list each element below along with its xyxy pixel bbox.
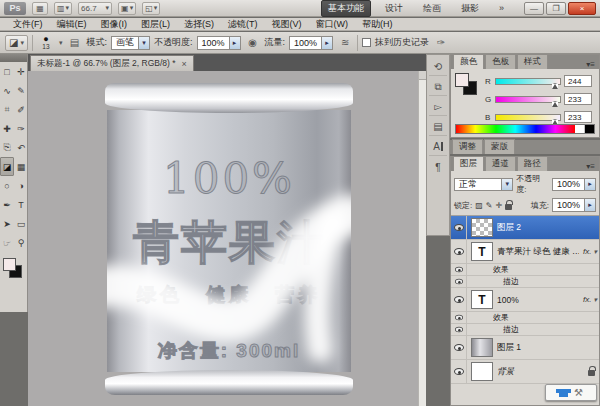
layer-row-text-product[interactable]: T 青苹果汁 绿色 健康 … fx. ▾ [451, 240, 599, 264]
tab-layers[interactable]: 图层 [453, 156, 484, 171]
visibility-cell[interactable] [451, 216, 467, 239]
red-value-field[interactable]: 244 [564, 75, 592, 87]
panel-menu-icon[interactable]: ▾≡ [586, 60, 597, 69]
menu-layer[interactable]: 图层(L) [134, 18, 177, 31]
menu-select[interactable]: 选择(S) [177, 18, 221, 31]
launch-bridge-icon[interactable]: ▦ [32, 2, 48, 15]
tool-dodge[interactable]: ◑ [14, 176, 28, 195]
visibility-cell[interactable] [451, 276, 467, 287]
visibility-cell[interactable] [451, 312, 467, 323]
lock-pixels-icon[interactable]: ✎ [486, 201, 493, 210]
tool-healing-brush[interactable]: ✚ [0, 119, 14, 138]
green-slider[interactable] [495, 96, 561, 103]
layer-thumbnail[interactable] [471, 218, 493, 237]
tools-panel-grip[interactable] [0, 54, 27, 62]
stroke-effect-row[interactable]: 描边 [451, 324, 599, 336]
pressure-opacity-icon[interactable]: ◉ [245, 35, 261, 50]
workspace-design-button[interactable]: 设计 [379, 1, 409, 16]
layer-name[interactable]: 100% [497, 295, 579, 305]
layer-row-layer1[interactable]: 图层 1 [451, 336, 599, 360]
tool-eraser[interactable]: ◪ [0, 157, 14, 176]
layer-name[interactable]: 背景 [497, 366, 584, 378]
effects-row[interactable]: 效果 [451, 312, 599, 324]
tool-path-selection[interactable]: ➤ [0, 214, 14, 233]
tool-hand[interactable]: ☞ [0, 233, 14, 252]
menu-view[interactable]: 视图(V) [265, 18, 309, 31]
tab-color[interactable]: 颜色 [453, 54, 484, 69]
visibility-cell[interactable] [451, 264, 467, 275]
tab-swatches[interactable]: 色板 [485, 54, 516, 69]
red-slider[interactable] [495, 78, 561, 85]
eye-icon[interactable] [455, 279, 463, 285]
mode-dropdown[interactable]: 画笔 ▾ [111, 36, 150, 50]
airbrush-icon[interactable]: ≋ [337, 35, 353, 50]
tool-clone-stamp[interactable]: ⎘ [0, 138, 14, 157]
layer-row-text-percent[interactable]: T 100% fx. ▾ [451, 288, 599, 312]
workspace-photography-button[interactable]: 摄影 [455, 1, 485, 16]
eye-icon[interactable] [455, 327, 463, 333]
workspace-essentials-button[interactable]: 基本功能 [321, 0, 371, 17]
tool-brush[interactable]: ✑ [14, 119, 28, 138]
visibility-cell[interactable] [451, 360, 467, 383]
document-tab[interactable]: 未标题-1 @ 66.7% (图层 2, RGB/8) * × [30, 55, 194, 71]
menu-window[interactable]: 窗口(W) [309, 18, 356, 31]
canvas-area[interactable]: 100% 青苹果汁 绿色 健康 营养 净含量: 300ml [28, 71, 426, 406]
opacity-dropdown[interactable]: 100% ▸ [197, 36, 241, 50]
effects-label[interactable]: 效果 [493, 264, 599, 275]
layer-thumbnail[interactable] [471, 338, 493, 357]
close-tab-icon[interactable]: × [182, 59, 187, 69]
menu-edit[interactable]: 编辑(E) [50, 18, 94, 31]
text-layer-thumbnail[interactable]: T [471, 242, 493, 261]
blend-mode-dropdown[interactable]: 正常 ▾ [454, 178, 513, 191]
tab-channels[interactable]: 通道 [485, 156, 516, 171]
eye-icon[interactable] [454, 296, 464, 303]
workspace-overflow-chevron[interactable]: » [493, 2, 510, 14]
visibility-cell[interactable] [451, 288, 467, 311]
eye-icon[interactable] [455, 267, 463, 273]
stroke-effect-row[interactable]: 描边 [451, 276, 599, 288]
menu-help[interactable]: 帮助(H) [355, 18, 400, 31]
color-spectrum-ramp[interactable] [455, 124, 595, 134]
eye-icon[interactable] [454, 368, 464, 375]
layer-name[interactable]: 图层 1 [497, 342, 599, 354]
tab-masks[interactable]: 蒙版 [484, 139, 515, 154]
flow-dropdown[interactable]: 100% ▸ [289, 36, 333, 50]
toggle-brush-panel-icon[interactable]: ▤ [66, 35, 82, 50]
zoom-level-dropdown[interactable]: 66.7 ▾ [78, 2, 112, 15]
restore-button[interactable]: ❐ [546, 2, 566, 15]
tool-quick-selection[interactable]: ✎ [14, 81, 28, 100]
tool-eyedropper[interactable]: ✐ [14, 100, 28, 119]
animation-panel-icon[interactable]: ▻ [429, 98, 447, 116]
visibility-cell[interactable] [451, 324, 467, 335]
lock-position-icon[interactable]: ✛ [496, 201, 503, 210]
tool-preset-picker[interactable]: ◪ ▾ [5, 35, 28, 51]
blue-slider[interactable] [495, 114, 561, 121]
scrollbar-button[interactable] [419, 71, 426, 80]
visibility-cell[interactable] [451, 240, 467, 263]
layers-opacity-dropdown[interactable]: 100% ▸ [552, 178, 596, 191]
workspace-painting-button[interactable]: 绘画 [417, 1, 447, 16]
character-panel-icon[interactable]: A [429, 138, 447, 156]
red-slider-thumb[interactable] [552, 83, 558, 89]
layer-row-background[interactable]: 背景 [451, 360, 599, 384]
tool-pen[interactable]: ✒ [0, 195, 14, 214]
lock-transparency-icon[interactable]: ▨ [475, 201, 483, 210]
screen-mode-icon[interactable]: ◱ ▾ [142, 2, 160, 15]
clone-source-panel-icon[interactable]: ⧉ [429, 78, 447, 96]
menu-filter[interactable]: 滤镜(T) [221, 18, 265, 31]
tool-lasso[interactable]: ∿ [0, 81, 14, 100]
layer-name[interactable]: 青苹果汁 绿色 健康 … [497, 246, 579, 258]
layer-thumbnail[interactable] [471, 362, 493, 381]
effects-row[interactable]: 效果 [451, 264, 599, 276]
tool-zoom[interactable]: ⚲ [14, 233, 28, 252]
tool-history-brush[interactable]: ↶ [14, 138, 28, 157]
tool-gradient[interactable]: ▦ [14, 157, 28, 176]
effects-label[interactable]: 效果 [493, 312, 599, 323]
tool-move[interactable]: ✛ [14, 62, 28, 81]
tool-shape[interactable]: ▭ [14, 214, 28, 233]
green-value-field[interactable]: 233 [564, 93, 592, 105]
panel-menu-icon[interactable]: ▾≡ [586, 162, 597, 171]
layer-name[interactable]: 图层 2 [497, 222, 599, 234]
layer-row-layer2[interactable]: 图层 2 [451, 216, 599, 240]
layer-effects-badge[interactable]: fx. ▾ [583, 247, 599, 256]
